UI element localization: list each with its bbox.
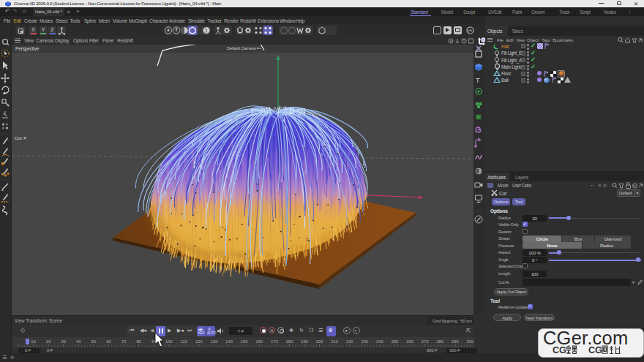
- svg-text:T: T: [476, 77, 480, 84]
